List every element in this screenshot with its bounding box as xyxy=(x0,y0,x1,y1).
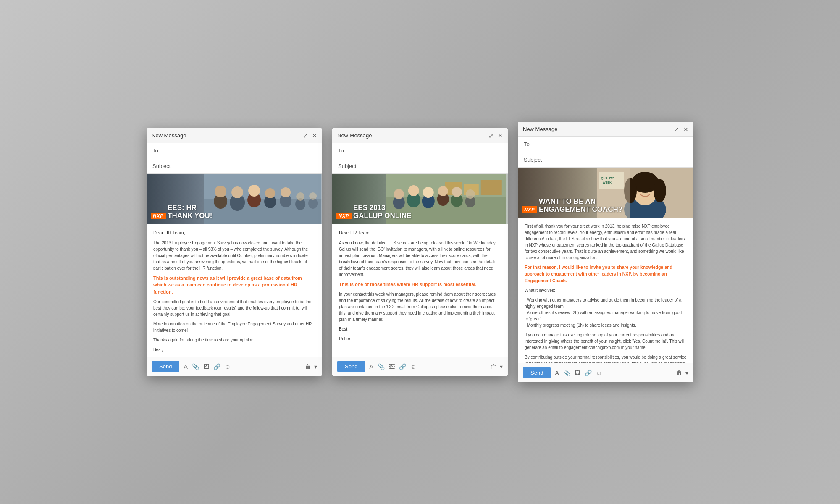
more-icon-1[interactable]: ▾ xyxy=(314,363,317,370)
minimize-btn-2[interactable]: — xyxy=(478,133,484,139)
banner-text-3: WANT TO BE AN ENGAGEMENT COACH? xyxy=(539,197,622,214)
to-row-1: To xyxy=(147,143,322,158)
subject-input-3[interactable] xyxy=(549,157,688,163)
svg-point-40 xyxy=(639,188,642,191)
email-window-3: New Message — ⤢ ✕ To Subject xyxy=(518,122,693,382)
email-content-3: First of all, thank you for your great w… xyxy=(518,218,693,363)
office-scene-1 xyxy=(203,174,322,224)
to-label-2: To xyxy=(338,147,363,154)
svg-point-24 xyxy=(408,185,419,196)
link-icon-1[interactable]: 🔗 xyxy=(213,363,220,370)
svg-text:WEEK: WEEK xyxy=(603,181,612,184)
more-icon-2[interactable]: ▾ xyxy=(500,363,503,370)
image-icon-2[interactable]: 🖼 xyxy=(389,363,395,370)
email-fields-3: To Subject xyxy=(518,137,693,168)
close-btn-2[interactable]: ✕ xyxy=(498,133,503,139)
nxp-logo-2: NXP xyxy=(336,213,352,219)
svg-point-11 xyxy=(281,187,291,197)
sign-name-2: Robert xyxy=(339,336,501,342)
font-icon-2[interactable]: A xyxy=(369,363,373,370)
send-button-2[interactable]: Send xyxy=(337,361,365,372)
svg-point-15 xyxy=(309,192,317,200)
link-icon-3[interactable]: 🔗 xyxy=(585,370,592,376)
email-fields-2: To Subject xyxy=(332,143,508,174)
highlight-1: This is outstanding news as it will prov… xyxy=(153,275,315,296)
delete-icon-3[interactable]: 🗑 xyxy=(676,370,682,376)
email-body-2: NXP EES 2013 GALLUP ONLINE Dear HR Team,… xyxy=(332,174,508,357)
emoji-icon-2[interactable]: ☺ xyxy=(410,363,416,370)
email-toolbar-2: Send A 📎 🖼 🔗 ☺ 🗑 ▾ xyxy=(332,357,508,376)
body3-3: · Working with other managers to advise … xyxy=(525,297,687,328)
toolbar-right-3: 🗑 ▾ xyxy=(676,370,688,376)
minimize-btn-1[interactable]: — xyxy=(293,133,299,139)
font-icon-1[interactable]: A xyxy=(184,363,187,370)
svg-point-39 xyxy=(654,179,666,202)
banner-line1-3: WANT TO BE AN xyxy=(539,197,596,205)
body2-3: What it involves: xyxy=(525,287,687,294)
svg-point-32 xyxy=(466,189,475,199)
emoji-icon-3[interactable]: ☺ xyxy=(596,370,602,376)
banner-line1-1: EES: HR xyxy=(168,204,197,212)
image-icon-1[interactable]: 🖼 xyxy=(203,363,209,370)
svg-point-30 xyxy=(452,187,462,197)
title-bar-3: New Message — ⤢ ✕ xyxy=(518,122,693,137)
window-controls-2: — ⤢ ✕ xyxy=(478,133,503,139)
maximize-btn-2[interactable]: ⤢ xyxy=(488,133,494,139)
close-btn-3[interactable]: ✕ xyxy=(683,126,688,132)
minimize-btn-3[interactable]: — xyxy=(664,126,670,132)
delete-icon-1[interactable]: 🗑 xyxy=(305,363,311,370)
to-input-2[interactable] xyxy=(363,147,502,154)
svg-point-7 xyxy=(248,185,260,197)
svg-rect-43 xyxy=(599,172,624,189)
svg-point-41 xyxy=(648,188,651,191)
font-icon-3[interactable]: A xyxy=(555,370,559,376)
email-body-3: QUALITY WEEK NXP WANT TO BE AN ENGAGEMEN… xyxy=(518,168,693,363)
window-controls-1: — ⤢ ✕ xyxy=(293,133,317,139)
window-title-3: New Message xyxy=(523,126,557,132)
nxp-logo-3: NXP xyxy=(522,206,537,213)
svg-point-26 xyxy=(423,187,434,198)
send-button-1[interactable]: Send xyxy=(152,361,179,372)
subject-label-1: Subject xyxy=(152,163,178,169)
emoji-icon-1[interactable]: ☺ xyxy=(225,363,231,370)
attach-icon-1[interactable]: 📎 xyxy=(192,363,199,370)
send-button-3[interactable]: Send xyxy=(523,367,551,378)
email-window-1: New Message — ⤢ ✕ To Subject xyxy=(147,128,322,376)
email-toolbar-1: Send A 📎 🖼 🔗 ☺ 🗑 ▾ xyxy=(147,357,322,376)
subject-input-2[interactable] xyxy=(363,163,502,169)
link-icon-2[interactable]: 🔗 xyxy=(399,363,406,370)
toolbar-right-2: 🗑 ▾ xyxy=(491,363,503,370)
email-content-2: Dear HR Team, As you know, the detailed … xyxy=(332,224,508,347)
body5-3: By contributing outside your normal resp… xyxy=(525,354,687,363)
to-input-1[interactable] xyxy=(178,147,316,154)
banner-line2-1: THANK YOU! xyxy=(168,212,212,220)
svg-point-13 xyxy=(296,192,304,201)
body1-1: The 2013 Employee Engagement Survey has … xyxy=(153,240,315,271)
to-input-3[interactable] xyxy=(549,141,688,147)
subject-input-1[interactable] xyxy=(178,163,316,169)
maximize-btn-3[interactable]: ⤢ xyxy=(674,126,679,132)
attach-icon-2[interactable]: 📎 xyxy=(378,363,385,370)
svg-point-9 xyxy=(265,188,275,198)
sign-best-2: Best, xyxy=(339,326,501,332)
subject-label-3: Subject xyxy=(524,157,549,163)
subject-row-2: Subject xyxy=(332,158,508,173)
image-icon-3[interactable]: 🖼 xyxy=(575,370,580,376)
delete-icon-2[interactable]: 🗑 xyxy=(491,363,496,370)
to-row-3: To xyxy=(518,137,693,152)
to-label-3: To xyxy=(524,141,549,147)
more-icon-3[interactable]: ▾ xyxy=(685,370,688,376)
close-btn-1[interactable]: ✕ xyxy=(312,133,317,139)
maximize-btn-1[interactable]: ⤢ xyxy=(303,133,308,139)
banner-2: NXP EES 2013 GALLUP ONLINE xyxy=(332,174,508,224)
svg-text:QUALITY: QUALITY xyxy=(601,177,614,180)
greeting-1: Dear HR Team, xyxy=(153,229,315,236)
nxp-logo-1: NXP xyxy=(151,213,166,219)
attach-icon-3[interactable]: 📎 xyxy=(563,370,570,376)
highlight-2: This is one of those times where HR supp… xyxy=(339,281,501,288)
svg-point-3 xyxy=(215,186,226,197)
toolbar-right-1: 🗑 ▾ xyxy=(305,363,317,370)
body1-2: As you know, the detailed EES scores are… xyxy=(339,240,501,278)
body4-1: Thanks again for taking the time to shar… xyxy=(153,337,315,343)
email-window-2: New Message — ⤢ ✕ To Subject xyxy=(332,128,508,376)
